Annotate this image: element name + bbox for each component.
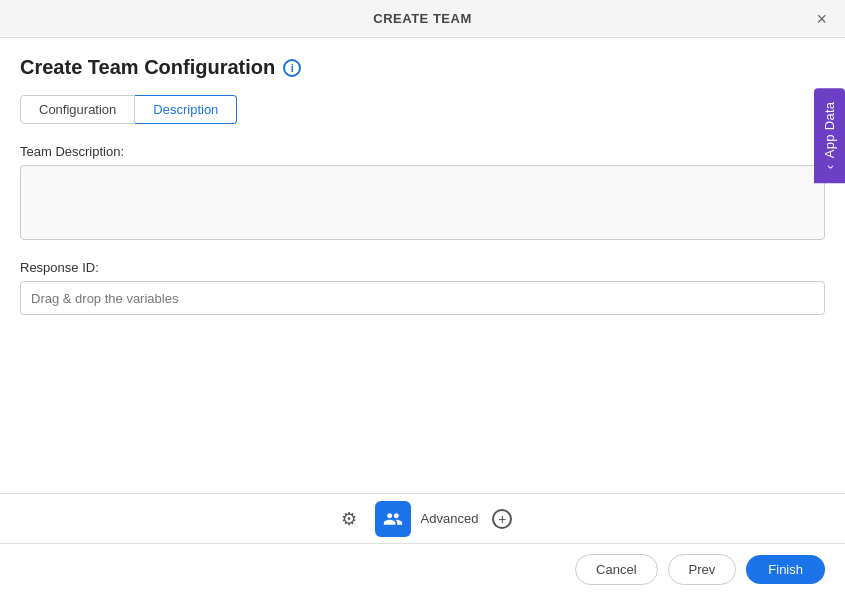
cancel-button[interactable]: Cancel: [575, 554, 657, 585]
team-icon-button[interactable]: [375, 501, 411, 537]
modal-container: CREATE TEAM × ‹ App Data Create Team Con…: [0, 0, 845, 595]
prev-button[interactable]: Prev: [668, 554, 737, 585]
title-bar-text: CREATE TEAM: [373, 11, 471, 26]
title-bar: CREATE TEAM ×: [0, 0, 845, 38]
team-description-label: Team Description:: [20, 144, 825, 159]
advanced-bar: ⚙ Advanced +: [0, 493, 845, 543]
app-data-tab[interactable]: ‹ App Data: [814, 88, 845, 183]
team-description-field-group: Team Description:: [20, 144, 825, 260]
tab-configuration[interactable]: Configuration: [20, 95, 135, 124]
page-heading: Create Team Configuration i: [20, 56, 825, 79]
response-id-field-group: Response ID:: [20, 260, 825, 315]
add-icon: +: [498, 512, 506, 526]
info-icon[interactable]: i: [283, 59, 301, 77]
close-button[interactable]: ×: [810, 8, 833, 30]
finish-button[interactable]: Finish: [746, 555, 825, 584]
tab-description[interactable]: Description: [135, 95, 237, 124]
response-id-label: Response ID:: [20, 260, 825, 275]
gear-icon: ⚙: [341, 508, 357, 530]
response-id-input[interactable]: [20, 281, 825, 315]
add-advanced-button[interactable]: +: [492, 509, 512, 529]
team-icon: [383, 509, 403, 529]
advanced-label: Advanced: [421, 511, 479, 526]
footer-actions: Cancel Prev Finish: [0, 543, 845, 595]
gear-icon-button[interactable]: ⚙: [333, 503, 365, 535]
app-data-label: App Data: [822, 102, 837, 159]
team-description-input[interactable]: [20, 165, 825, 240]
page-heading-text: Create Team Configuration: [20, 56, 275, 79]
tab-group: Configuration Description: [20, 95, 825, 124]
modal-body: ‹ App Data Create Team Configuration i C…: [0, 38, 845, 493]
app-data-chevron-icon: ‹: [822, 165, 837, 170]
